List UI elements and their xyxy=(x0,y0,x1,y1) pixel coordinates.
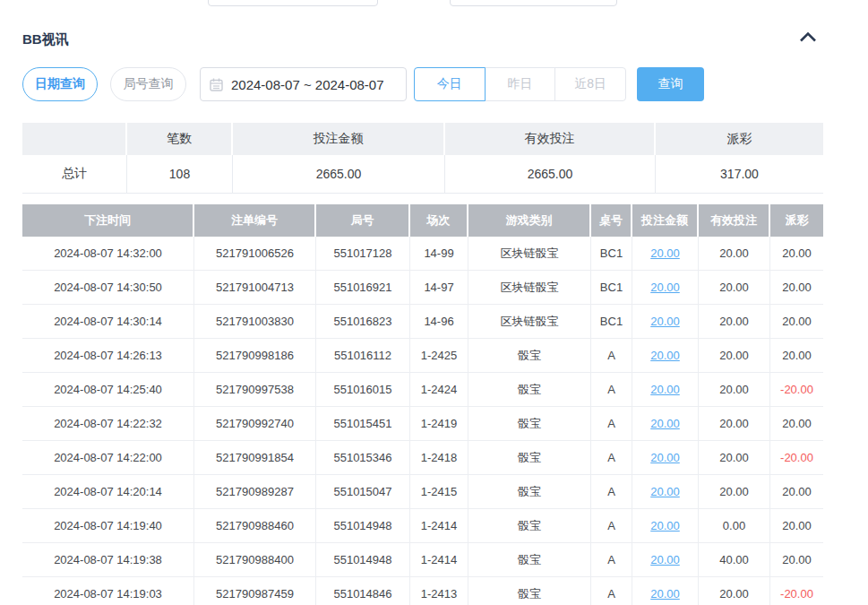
date-range-input[interactable]: 2024-08-07 ~ 2024-08-07 xyxy=(200,67,407,101)
order-number-cell: 521790997538 xyxy=(194,373,316,407)
collapse-panel-button[interactable] xyxy=(796,30,820,46)
round-number-cell: 551016921 xyxy=(316,271,410,305)
table-number-cell: A xyxy=(591,407,632,441)
table-number-cell: A xyxy=(591,543,632,577)
payout-cell: 20.00 xyxy=(770,543,823,577)
order-number-cell: 521790987459 xyxy=(194,577,316,605)
round-number-cell: 551017128 xyxy=(316,237,410,271)
valid-bet-cell: 20.00 xyxy=(699,237,770,271)
game-type-cell: 骰宝 xyxy=(468,543,591,577)
bet-table-row: 2024-08-07 14:19:40 521790988460 5510149… xyxy=(22,509,823,543)
session-cell: 1-2418 xyxy=(410,441,468,475)
bet-amount-cell: 20.00 xyxy=(632,271,699,305)
bet-table-row: 2024-08-07 14:19:03 521790987459 5510148… xyxy=(22,577,823,605)
game-type-cell: 骰宝 xyxy=(468,441,591,475)
quick-yesterday-button[interactable]: 昨日 xyxy=(485,67,556,101)
bet-amount-link[interactable]: 20.00 xyxy=(650,349,680,362)
table-number-cell: A xyxy=(591,373,632,407)
valid-bet-cell: 0.00 xyxy=(699,509,770,543)
order-number-cell: 521790988400 xyxy=(194,543,316,577)
summary-total-row: 总计 108 2665.00 2665.00 317.00 xyxy=(22,155,823,194)
bet-time-cell: 2024-08-07 14:22:32 xyxy=(22,407,194,441)
table-number-cell: A xyxy=(591,509,632,543)
game-type-cell: 骰宝 xyxy=(468,339,591,373)
bet-amount-link[interactable]: 20.00 xyxy=(650,451,680,464)
session-cell: 14-97 xyxy=(410,271,468,305)
bet-amount-link[interactable]: 20.00 xyxy=(650,519,680,532)
bet-table-row: 2024-08-07 14:22:00 521790991854 5510153… xyxy=(22,441,823,475)
summary-header-bet-amount: 投注金额 xyxy=(233,123,445,155)
bet-time-cell: 2024-08-07 14:19:38 xyxy=(22,543,194,577)
date-query-tab-button[interactable]: 日期查询 xyxy=(22,67,98,101)
bet-amount-link[interactable]: 20.00 xyxy=(650,485,680,498)
bet-amount-link[interactable]: 20.00 xyxy=(650,417,680,430)
payout-cell: 20.00 xyxy=(770,407,823,441)
session-cell: 1-2413 xyxy=(410,577,468,605)
session-cell: 14-96 xyxy=(410,305,468,339)
search-button[interactable]: 查询 xyxy=(637,67,704,101)
header-bet-amount: 投注金额 xyxy=(632,204,699,237)
quick-date-button-group: 今日 昨日 近8日 xyxy=(414,67,626,101)
bet-time-cell: 2024-08-07 14:32:00 xyxy=(22,237,194,271)
order-number-cell: 521790989287 xyxy=(194,475,316,509)
game-type-cell: 骰宝 xyxy=(468,407,591,441)
bet-table-row: 2024-08-07 14:25:40 521790997538 5510160… xyxy=(22,373,823,407)
valid-bet-cell: 20.00 xyxy=(699,373,770,407)
valid-bet-cell: 20.00 xyxy=(699,305,770,339)
valid-bet-cell: 20.00 xyxy=(699,441,770,475)
bet-amount-cell: 20.00 xyxy=(632,509,699,543)
partial-input-right[interactable] xyxy=(450,0,617,6)
payout-cell: 20.00 xyxy=(770,339,823,373)
bet-table-row: 2024-08-07 14:22:32 521790992740 5510154… xyxy=(22,407,823,441)
calendar-icon xyxy=(210,78,223,91)
header-order-number: 注单编号 xyxy=(194,204,316,237)
summary-header-row: 笔数 投注金额 有效投注 派彩 xyxy=(22,123,823,155)
summary-header-payout: 派彩 xyxy=(656,123,823,155)
bet-time-cell: 2024-08-07 14:25:40 xyxy=(22,373,194,407)
summary-valid-bet-value: 2665.00 xyxy=(445,155,656,194)
bet-amount-link[interactable]: 20.00 xyxy=(650,383,680,396)
round-query-tab-button[interactable]: 局号查询 xyxy=(110,67,186,101)
order-number-cell: 521790988460 xyxy=(194,509,316,543)
round-number-cell: 551014846 xyxy=(316,577,410,605)
partial-input-left[interactable] xyxy=(208,0,378,6)
header-valid-bet: 有效投注 xyxy=(699,204,770,237)
round-number-cell: 551015346 xyxy=(316,441,410,475)
bet-amount-link[interactable]: 20.00 xyxy=(650,281,680,294)
payout-cell: 20.00 xyxy=(770,237,823,271)
summary-count-value: 108 xyxy=(127,155,233,194)
game-type-cell: 区块链骰宝 xyxy=(468,305,591,339)
summary-header-count: 笔数 xyxy=(127,123,233,155)
table-number-cell: BC1 xyxy=(591,237,632,271)
quick-today-button[interactable]: 今日 xyxy=(414,67,486,101)
summary-total-label: 总计 xyxy=(22,155,127,194)
round-number-cell: 551016823 xyxy=(316,305,410,339)
valid-bet-cell: 20.00 xyxy=(699,271,770,305)
session-cell: 1-2415 xyxy=(410,475,468,509)
bet-amount-link[interactable]: 20.00 xyxy=(650,553,680,566)
header-session: 场次 xyxy=(410,204,468,237)
bet-table-row: 2024-08-07 14:30:50 521791004713 5510169… xyxy=(22,271,823,305)
bet-amount-cell: 20.00 xyxy=(632,475,699,509)
bet-amount-link[interactable]: 20.00 xyxy=(650,587,680,601)
order-number-cell: 521790991854 xyxy=(194,441,316,475)
table-number-cell: A xyxy=(591,339,632,373)
payout-cell: 20.00 xyxy=(770,509,823,543)
bet-time-cell: 2024-08-07 14:26:13 xyxy=(22,339,194,373)
payout-cell: 20.00 xyxy=(770,305,823,339)
valid-bet-cell: 40.00 xyxy=(699,543,770,577)
date-range-value: 2024-08-07 ~ 2024-08-07 xyxy=(231,77,384,92)
bet-time-cell: 2024-08-07 14:20:14 xyxy=(22,475,194,509)
bet-amount-cell: 20.00 xyxy=(632,237,699,271)
bet-amount-link[interactable]: 20.00 xyxy=(650,315,680,328)
valid-bet-cell: 20.00 xyxy=(699,475,770,509)
session-cell: 1-2425 xyxy=(410,339,468,373)
bet-amount-link[interactable]: 20.00 xyxy=(650,246,680,260)
quick-last8days-button[interactable]: 近8日 xyxy=(554,67,626,101)
table-number-cell: A xyxy=(591,441,632,475)
round-number-cell: 551016015 xyxy=(316,373,410,407)
table-number-cell: BC1 xyxy=(591,271,632,305)
bet-table-row: 2024-08-07 14:30:14 521791003830 5510168… xyxy=(22,305,823,339)
game-type-cell: 骰宝 xyxy=(468,475,591,509)
filter-bar: 日期查询 局号查询 2024-08-07 ~ 2024-08-07 今日 昨日 … xyxy=(22,67,704,101)
